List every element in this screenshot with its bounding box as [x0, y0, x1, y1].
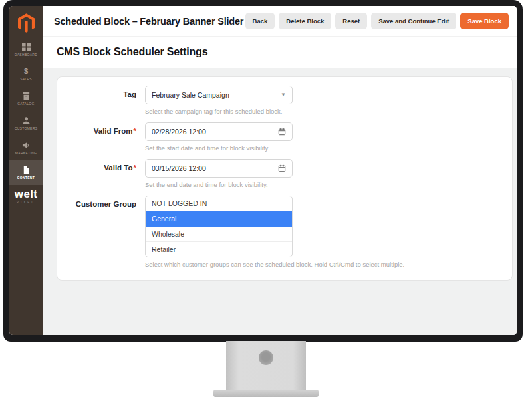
- magento-logo-icon: [18, 13, 35, 33]
- reset-button[interactable]: Reset: [335, 13, 367, 29]
- sidebar-item-dashboard[interactable]: DASHBOARD: [9, 37, 43, 62]
- valid-from-input-wrap: [145, 122, 293, 141]
- monitor-bezel: DASHBOARD $ SALES CATALOG CUSTOMERS: [3, 0, 523, 342]
- valid-to-field-row: Valid To* Set the end date and time for …: [57, 159, 512, 188]
- welt-pixel-logo: welt PIXEL: [9, 188, 43, 204]
- sidebar-item-label: DASHBOARD: [15, 53, 37, 57]
- customer-group-label: Customer Group: [57, 196, 145, 208]
- page-header: Scheduled Block – February Banner Slider…: [43, 6, 517, 37]
- sidebar-item-label: MARKETING: [15, 151, 37, 155]
- customer-group-field: NOT LOGGED IN General Wholesale Retailer…: [145, 196, 293, 268]
- monitor-stand-button: [259, 350, 273, 365]
- sidebar-item-label: SALES: [20, 77, 32, 81]
- valid-from-help-text: Set the start date and time for block vi…: [145, 144, 293, 152]
- save-block-button[interactable]: Save Block: [460, 13, 509, 29]
- tag-field: February Sale Campaign ▼ Select the camp…: [145, 86, 293, 115]
- sidebar-item-content[interactable]: CONTENT: [9, 160, 43, 185]
- marketing-speaker-icon: [22, 141, 31, 150]
- screen: DASHBOARD $ SALES CATALOG CUSTOMERS: [9, 6, 517, 335]
- valid-to-input[interactable]: [152, 164, 278, 172]
- sales-dollar-icon: $: [24, 67, 28, 76]
- content-body: Tag February Sale Campaign ▼ Select the …: [43, 68, 517, 335]
- welt-logo-subtext: PIXEL: [9, 201, 43, 204]
- admin-sidebar: DASHBOARD $ SALES CATALOG CUSTOMERS: [9, 6, 43, 335]
- required-asterisk: *: [134, 127, 136, 135]
- magento-logo[interactable]: [9, 6, 43, 37]
- valid-from-field: Set the start date and time for block vi…: [145, 122, 293, 152]
- tag-field-row: Tag February Sale Campaign ▼ Select the …: [57, 86, 512, 115]
- option-general[interactable]: General: [146, 211, 292, 227]
- valid-from-label: Valid From*: [57, 122, 145, 135]
- sidebar-item-marketing[interactable]: MARKETING: [9, 136, 43, 160]
- calendar-icon[interactable]: [278, 128, 286, 136]
- sidebar-item-label: CATALOG: [17, 102, 34, 106]
- tag-select[interactable]: February Sale Campaign ▼: [145, 86, 293, 104]
- scheduler-settings-card: Tag February Sale Campaign ▼ Select the …: [57, 76, 513, 281]
- main-area: Scheduled Block – February Banner Slider…: [43, 6, 517, 335]
- sidebar-item-sales[interactable]: $ SALES: [9, 62, 43, 86]
- customers-person-icon: [22, 116, 31, 125]
- content-page-icon: [22, 166, 31, 174]
- option-not-logged-in[interactable]: NOT LOGGED IN: [146, 196, 292, 211]
- valid-to-field: Set the end date and time for block visi…: [145, 159, 293, 188]
- valid-to-input-wrap: [145, 159, 293, 178]
- option-retailer[interactable]: Retailer: [146, 242, 292, 257]
- welt-logo-text: welt: [9, 188, 43, 200]
- catalog-box-icon: [22, 92, 31, 100]
- required-asterisk: *: [134, 164, 136, 172]
- tag-label: Tag: [57, 86, 145, 98]
- sidebar-item-label: CONTENT: [17, 176, 35, 180]
- valid-from-field-row: Valid From* Set the start date and time …: [57, 122, 512, 152]
- valid-to-help-text: Set the end date and time for block visi…: [145, 181, 293, 188]
- delete-block-button[interactable]: Delete Block: [279, 13, 331, 29]
- monitor-stand-neck: [226, 341, 306, 390]
- tag-select-value: February Sale Campaign: [152, 91, 229, 99]
- chevron-down-icon: ▼: [281, 92, 286, 98]
- valid-to-label: Valid To*: [57, 159, 145, 172]
- dashboard-icon: [22, 43, 31, 51]
- valid-from-input[interactable]: [152, 128, 278, 136]
- tag-help-text: Select the campaign tag for this schedul…: [145, 108, 293, 115]
- customer-group-listbox[interactable]: NOT LOGGED IN General Wholesale Retailer: [145, 196, 293, 257]
- customer-group-help-text: Select which customer groups can see the…: [145, 261, 293, 268]
- page-title: Scheduled Block – February Banner Slider: [54, 16, 243, 27]
- calendar-icon[interactable]: [278, 164, 286, 172]
- option-wholesale[interactable]: Wholesale: [146, 227, 292, 242]
- sidebar-item-catalog[interactable]: CATALOG: [9, 86, 43, 111]
- sidebar-item-customers[interactable]: CUSTOMERS: [9, 111, 43, 136]
- back-button[interactable]: Back: [245, 13, 275, 29]
- save-and-continue-button[interactable]: Save and Continue Edit: [371, 13, 456, 29]
- monitor-stand-base: [213, 390, 319, 397]
- section-title: CMS Block Scheduler Settings: [43, 37, 517, 68]
- header-actions: Back Delete Block Reset Save and Continu…: [245, 13, 509, 29]
- sidebar-item-label: CUSTOMERS: [15, 126, 38, 130]
- customer-group-field-row: Customer Group NOT LOGGED IN General Who…: [57, 196, 512, 268]
